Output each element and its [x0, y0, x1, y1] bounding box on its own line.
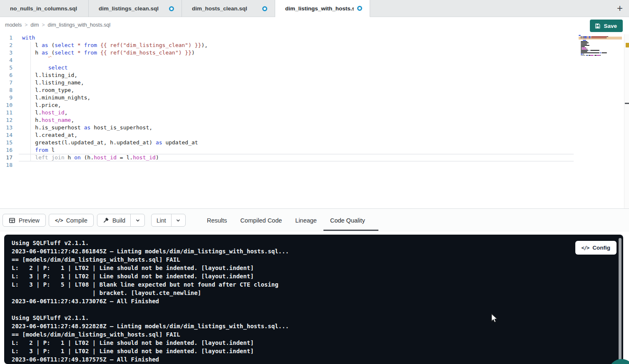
file-tab[interactable]: no_nulls_in_columns.sql [0, 0, 89, 17]
breadcrumb-item-models[interactable]: models [5, 22, 22, 28]
mouse-cursor [490, 313, 500, 323]
terminal-line: 2023-06-06T11:27:49.187575Z — All Finish… [12, 355, 623, 364]
minimap-code-bar [581, 52, 599, 53]
code-line[interactable]: 2 l as (select * from {{ ref("dim_listin… [0, 42, 629, 49]
breadcrumb-item-dim[interactable]: dim [30, 22, 39, 28]
minimap-code-bar [584, 36, 587, 37]
breadcrumb-separator: > [39, 22, 47, 28]
build-button[interactable]: Build [97, 214, 131, 226]
code-icon: </> [582, 245, 589, 251]
file-tab-label: no_nulls_in_columns.sql [10, 5, 81, 12]
save-button[interactable]: Save [590, 20, 623, 32]
code-line[interactable]: 12 h.host_name, [0, 116, 629, 124]
file-tab[interactable]: dim_listings_with_hosts.sql [275, 0, 370, 17]
terminal-line: 2023-06-06T11:27:43.173076Z — All Finish… [12, 297, 623, 305]
line-number: 3 [0, 49, 19, 57]
terminal-lines: Using SQLFluff v2.1.1.2023-06-06T11:27:4… [12, 239, 623, 364]
preview-button-label: Preview [19, 217, 40, 224]
code-text: l.listing_name, [22, 79, 84, 87]
line-number: 5 [0, 64, 19, 72]
minimap-code-bar [581, 44, 587, 45]
code-line[interactable]: 6 l.listing_id, [0, 72, 629, 79]
terminal-line: 2023-06-06T11:27:48.922828Z — Linting mo… [12, 322, 623, 330]
minimap-code-bar [581, 55, 585, 56]
line-number: 14 [0, 131, 19, 139]
save-button-label: Save [604, 23, 617, 29]
breadcrumb: models>dim>dim_listings_with_hosts.sql [5, 22, 110, 28]
panel-tab-compiled-code[interactable]: Compiled Code [240, 209, 282, 232]
compile-button-label: Compile [66, 217, 87, 224]
code-line[interactable]: 1with [0, 34, 629, 42]
code-line[interactable]: 5 select [0, 64, 629, 72]
file-tab[interactable]: dim_hosts_clean.sql [182, 0, 275, 17]
minimap-code-bar [584, 37, 587, 38]
code-line[interactable]: 17 left join h on (h.host_id = l.host_id… [0, 154, 629, 161]
code-editor[interactable]: 1with2 l as (select * from {{ ref("dim_l… [0, 34, 629, 208]
code-text: select [22, 64, 68, 72]
minimap-code-bar [582, 49, 587, 50]
line-number: 9 [0, 94, 19, 102]
code-text: from l [22, 146, 55, 154]
code-line[interactable]: 3 h as (select * from {{ ref("dim_hosts_… [0, 49, 629, 57]
lint-warning-marker [626, 43, 629, 47]
compile-button[interactable]: </> Compile [49, 214, 94, 227]
code-line[interactable]: 10 l.price, [0, 102, 629, 109]
chevron-down-icon [175, 218, 181, 223]
code-line[interactable]: 16 from l [0, 146, 629, 154]
file-tab-label: dim_listings_with_hosts.sql [285, 5, 354, 12]
minimap-code-bar [594, 55, 597, 56]
minimap-code-bar [581, 41, 587, 42]
minimap-code-bar [590, 50, 600, 51]
code-line[interactable]: 18 [0, 161, 629, 169]
line-number: 15 [0, 139, 19, 146]
code-icon: </> [55, 218, 63, 223]
new-tab-button[interactable]: + [613, 2, 627, 15]
terminal-scrollbar[interactable] [619, 238, 622, 363]
lint-button-group: Lint [151, 214, 186, 227]
config-button[interactable]: </> Config [575, 241, 617, 255]
terminal-line: L: 3 | P: 1 | LT02 | Line should not be … [12, 272, 623, 280]
code-line[interactable]: 8 l.room_type, [0, 87, 629, 94]
minimap-code-bar [581, 46, 585, 47]
preview-button[interactable]: Preview [2, 214, 46, 227]
code-line[interactable]: 14 l.created_at, [0, 131, 629, 139]
panel-tab-lineage[interactable]: Lineage [295, 209, 317, 232]
lint-output-terminal[interactable]: Using SQLFluff v2.1.1.2023-06-06T11:27:4… [4, 235, 623, 364]
minimap-code-bar [587, 49, 587, 50]
line-number: 12 [0, 116, 19, 124]
minimap-code-bar [581, 37, 582, 38]
editor-scrollbar-track[interactable] [624, 34, 629, 208]
terminal-line: L: 2 | P: 1 | LT02 | Line should not be … [12, 339, 623, 347]
code-text: left join h on (h.host_id = l.host_id) [22, 154, 159, 161]
breadcrumb-item-file: dim_listings_with_hosts.sql [47, 22, 110, 28]
lint-button[interactable]: Lint [152, 214, 172, 226]
minimap-code-bar [597, 55, 600, 56]
lint-options-caret[interactable] [172, 214, 185, 226]
minimap-code-bar [606, 37, 607, 38]
panel-tab-code-quality[interactable]: Code Quality [330, 209, 365, 232]
dbt-cloud-ide: no_nulls_in_columns.sqldim_listings_clea… [0, 0, 629, 364]
code-text: l.host_id, [22, 109, 68, 116]
terminal-line: | bracket. [layout.cte_newline] [12, 289, 623, 297]
code-line[interactable]: 13 h.is_superhost as host_is_superhost, [0, 124, 629, 131]
minimap-code-bar [591, 37, 606, 38]
build-options-caret[interactable] [131, 214, 144, 226]
panel-tab-results[interactable]: Results [207, 209, 227, 232]
minimap-code-bar [581, 36, 582, 37]
editor-header: models>dim>dim_listings_with_hosts.sql S… [0, 17, 629, 34]
minimap-code-bar [602, 52, 607, 53]
code-line[interactable]: 4 [0, 57, 629, 64]
code-line[interactable]: 15 greatest(l.updated_at, h.updated_at) … [0, 139, 629, 146]
terminal-line: Using SQLFluff v2.1.1. [12, 314, 623, 322]
file-tabs: no_nulls_in_columns.sqldim_listings_clea… [0, 0, 370, 17]
terminal-line: Using SQLFluff v2.1.1. [12, 239, 623, 247]
code-line[interactable]: 9 l.minimum_nights, [0, 94, 629, 102]
terminal-line: L: 3 | P: 5 | LT08 | Blank line expected… [12, 280, 623, 289]
minimap-code-bar [589, 50, 590, 51]
file-tab[interactable]: dim_listings_clean.sql [89, 0, 182, 17]
code-line[interactable]: 7 l.listing_name, [0, 79, 629, 87]
editor-minimap[interactable] [579, 35, 624, 58]
line-number: 7 [0, 79, 19, 87]
code-line[interactable]: 11 l.host_id, [0, 109, 629, 116]
line-number: 2 [0, 42, 19, 49]
